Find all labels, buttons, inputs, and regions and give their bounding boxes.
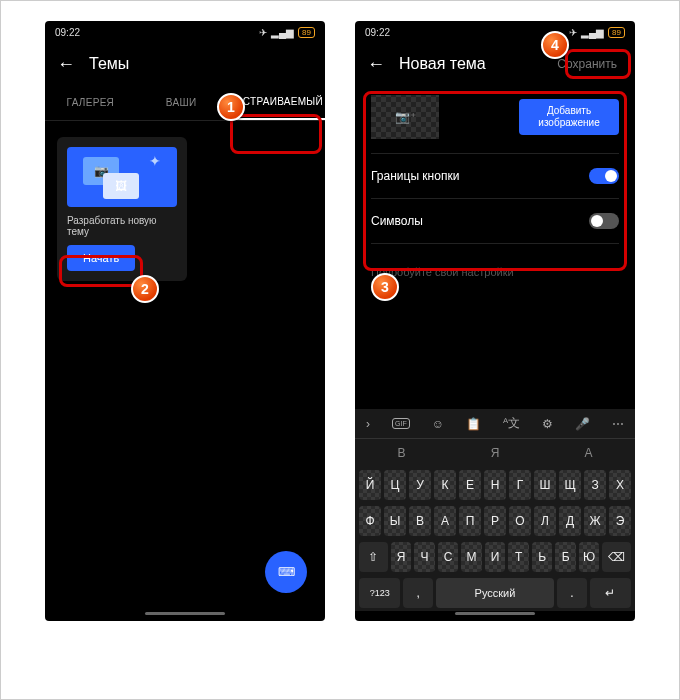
key-row-1: ЙЦУКЕНГШЩЗХ [355, 467, 635, 503]
setting-label: Символы [371, 214, 423, 228]
key-Я[interactable]: Я [391, 542, 412, 572]
clipboard-icon[interactable]: 📋 [466, 417, 481, 431]
key-И[interactable]: И [485, 542, 506, 572]
space-key[interactable]: Русский [436, 578, 554, 608]
backspace-key[interactable]: ⌫ [602, 542, 631, 572]
back-icon[interactable]: ← [57, 54, 75, 75]
translate-icon[interactable]: ᴬ文 [503, 415, 520, 432]
sticker-icon[interactable]: ☺ [432, 417, 444, 431]
start-button[interactable]: Начать [67, 245, 135, 271]
callout-1: 1 [217, 93, 245, 121]
key-С[interactable]: С [438, 542, 459, 572]
key-Ь[interactable]: Ь [532, 542, 553, 572]
key-Ы[interactable]: Ы [384, 506, 406, 536]
key-У[interactable]: У [409, 470, 431, 500]
key-Л[interactable]: Л [534, 506, 556, 536]
new-theme-card: 📷 🖼 ✦ Разработать новую тему Начать [57, 137, 187, 281]
keyboard-icon: ⌨ [278, 565, 295, 579]
key-Т[interactable]: Т [508, 542, 529, 572]
key-row-2: ФЫВАПРОЛДЖЭ [355, 503, 635, 539]
key-А[interactable]: А [434, 506, 456, 536]
status-bar: 09:22 ✈ ▂▄▆ 89 [355, 21, 635, 43]
image-icon: 🖼 [103, 173, 139, 199]
key-Е[interactable]: Е [459, 470, 481, 500]
keyboard-fab[interactable]: ⌨ [265, 551, 307, 593]
key-З[interactable]: З [584, 470, 606, 500]
key-Ш[interactable]: Ш [534, 470, 556, 500]
key-Ю[interactable]: Ю [579, 542, 600, 572]
key-Н[interactable]: Н [484, 470, 506, 500]
page-title: Новая тема [399, 55, 486, 73]
symbols-key[interactable]: ?123 [359, 578, 400, 608]
setting-borders[interactable]: Границы кнопки [371, 153, 619, 198]
toggle-symbols[interactable] [589, 213, 619, 229]
home-indicator [145, 612, 225, 615]
card-label: Разработать новую тему [67, 215, 177, 237]
key-Х[interactable]: Х [609, 470, 631, 500]
key-Э[interactable]: Э [609, 506, 631, 536]
title-bar: ← Новая тема Сохранить [355, 43, 635, 85]
status-time: 09:22 [365, 27, 390, 38]
key-Й[interactable]: Й [359, 470, 381, 500]
page-title: Темы [89, 55, 129, 73]
keyboard: › GIF ☺ 📋 ᴬ文 ⚙ 🎤 ⋯ В Я А ЙЦУКЕНГШЩЗХ ФЫВ… [355, 409, 635, 611]
keyboard-toolbar: › GIF ☺ 📋 ᴬ文 ⚙ 🎤 ⋯ [355, 409, 635, 439]
suggestion[interactable]: А [584, 446, 592, 460]
key-Ж[interactable]: Ж [584, 506, 606, 536]
settings-icon[interactable]: ⚙ [542, 417, 553, 431]
phone-right: 09:22 ✈ ▂▄▆ 89 ← Новая тема Сохранить 📷⁺… [355, 21, 635, 621]
home-indicator [455, 612, 535, 615]
key-Ц[interactable]: Ц [384, 470, 406, 500]
key-О[interactable]: О [509, 506, 531, 536]
key-Ч[interactable]: Ч [414, 542, 435, 572]
period-key[interactable]: . [557, 578, 587, 608]
key-Г[interactable]: Г [509, 470, 531, 500]
try-settings-hint: Попробуйте свои настройки [355, 266, 635, 278]
suggestion[interactable]: В [398, 446, 406, 460]
send-icon: ✈ [259, 27, 267, 38]
key-Щ[interactable]: Щ [559, 470, 581, 500]
title-bar: ← Темы [45, 43, 325, 85]
status-time: 09:22 [55, 27, 80, 38]
enter-key[interactable]: ↵ [590, 578, 631, 608]
phone-left: 09:22 ✈ ▂▄▆ 89 ← Темы ГАЛЕРЕЯ ВАШИ НАСТР… [45, 21, 325, 621]
key-П[interactable]: П [459, 506, 481, 536]
tab-gallery[interactable]: ГАЛЕРЕЯ [45, 85, 136, 120]
key-Д[interactable]: Д [559, 506, 581, 536]
suggestion[interactable]: Я [491, 446, 500, 460]
shift-key[interactable]: ⇧ [359, 542, 388, 572]
callout-4: 4 [541, 31, 569, 59]
wifi-icon: ▂▄▆ [581, 27, 604, 38]
key-row-4: ?123 , Русский . ↵ [355, 575, 635, 611]
key-К[interactable]: К [434, 470, 456, 500]
key-М[interactable]: М [461, 542, 482, 572]
key-Б[interactable]: Б [555, 542, 576, 572]
card-illustration: 📷 🖼 ✦ [67, 147, 177, 207]
add-image-button[interactable]: Добавить изображение [519, 99, 619, 135]
send-icon: ✈ [569, 27, 577, 38]
callout-2: 2 [131, 275, 159, 303]
wifi-icon: ▂▄▆ [271, 27, 294, 38]
add-photo-icon: 📷⁺ [395, 110, 416, 124]
callout-3: 3 [371, 273, 399, 301]
chevron-right-icon[interactable]: › [366, 417, 370, 431]
toggle-borders[interactable] [589, 168, 619, 184]
tab-yours[interactable]: ВАШИ [136, 85, 227, 120]
status-bar: 09:22 ✈ ▂▄▆ 89 [45, 21, 325, 43]
suggestion-bar: В Я А [355, 439, 635, 467]
back-icon[interactable]: ← [367, 54, 385, 75]
battery-icon: 89 [298, 27, 315, 38]
setting-label: Границы кнопки [371, 169, 459, 183]
mic-icon[interactable]: 🎤 [575, 417, 590, 431]
theme-settings: 📷⁺ Добавить изображение Границы кнопки С… [355, 85, 635, 244]
key-В[interactable]: В [409, 506, 431, 536]
gif-icon[interactable]: GIF [392, 418, 410, 429]
more-icon[interactable]: ⋯ [612, 417, 624, 431]
key-Ф[interactable]: Ф [359, 506, 381, 536]
setting-symbols[interactable]: Символы [371, 198, 619, 244]
comma-key[interactable]: , [403, 578, 433, 608]
tabs: ГАЛЕРЕЯ ВАШИ НАСТРАИВАЕМЫЙ [45, 85, 325, 121]
image-placeholder[interactable]: 📷⁺ [371, 95, 439, 139]
key-Р[interactable]: Р [484, 506, 506, 536]
key-row-3: ⇧ЯЧСМИТЬБЮ⌫ [355, 539, 635, 575]
